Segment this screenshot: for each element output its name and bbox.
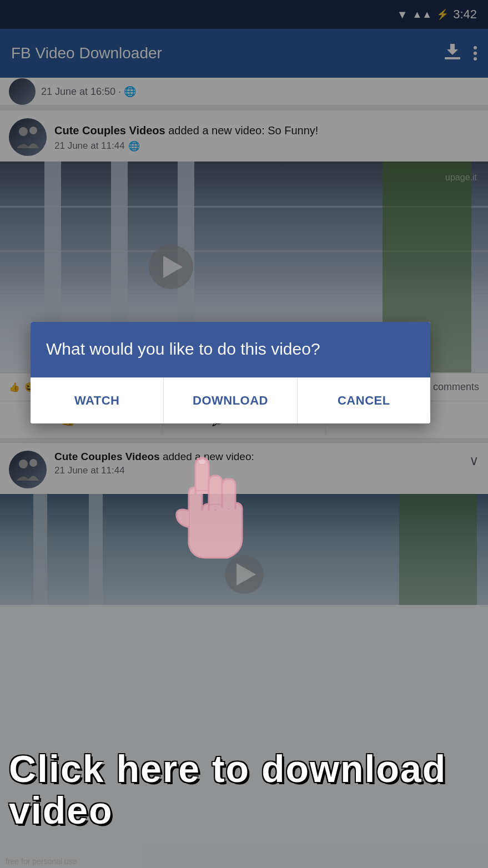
- watch-button[interactable]: WATCH: [31, 378, 164, 423]
- dialog-header: What would you like to do this video?: [31, 322, 430, 377]
- dialog-buttons: WATCH DOWNLOAD CANCEL: [31, 377, 430, 423]
- dialog-title: What would you like to do this video?: [46, 337, 415, 361]
- cancel-button[interactable]: CANCEL: [298, 378, 430, 423]
- download-button[interactable]: DOWNLOAD: [164, 378, 297, 423]
- dialog-overlay[interactable]: What would you like to do this video? WA…: [0, 0, 488, 868]
- action-dialog: What would you like to do this video? WA…: [31, 322, 430, 423]
